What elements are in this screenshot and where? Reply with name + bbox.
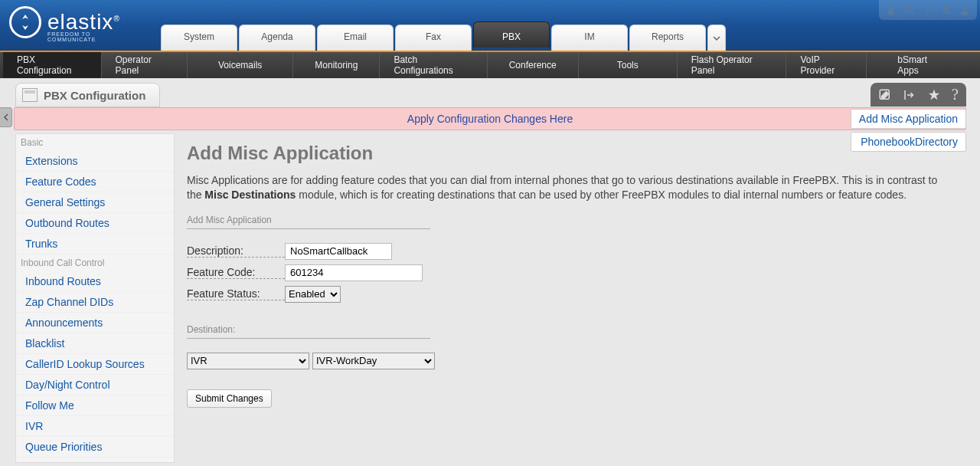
tab-agenda[interactable]: Agenda <box>239 25 315 51</box>
subnav-operator-panel[interactable]: Operator Panel <box>102 52 188 78</box>
sidebar-item-day-night[interactable]: Day/Night Control <box>16 375 174 395</box>
brand-reg: ® <box>113 15 119 23</box>
sidebar: Basic Extensions Feature Codes General S… <box>15 133 175 463</box>
select-dest-type[interactable]: IVR <box>187 353 309 369</box>
sidebar-item-extensions[interactable]: Extensions <box>16 151 174 172</box>
plugin-icon[interactable] <box>937 2 956 18</box>
star-icon[interactable] <box>927 86 941 103</box>
page-icon <box>22 88 38 102</box>
subnav-tools[interactable]: Tools <box>579 52 678 78</box>
sidebar-item-follow-me[interactable]: Follow Me <box>16 395 174 416</box>
tab-reports[interactable]: Reports <box>629 25 706 51</box>
edit-icon[interactable] <box>878 86 892 103</box>
apply-config-bar[interactable]: Apply Configuration Changes Here <box>14 107 966 130</box>
page-title: Add Misc Application <box>187 143 966 164</box>
help-icon[interactable]: ? <box>952 86 959 103</box>
subnav-bsmart[interactable]: bSmart Apps <box>867 52 977 78</box>
svg-point-0 <box>906 6 912 12</box>
select-dest-target[interactable]: IVR-WorkDay <box>312 353 435 369</box>
sidebar-item-zap-channel[interactable]: Zap Channel DIDs <box>16 292 174 313</box>
main-content: Add Misc Application PhonebookDirectory … <box>175 133 966 463</box>
input-feature-code[interactable] <box>285 264 423 281</box>
sub-nav: PBX Configuration Operator Panel Voicema… <box>0 52 980 78</box>
link-add-misc-app[interactable]: Add Misc Application <box>851 109 966 129</box>
section-destination: Destination: <box>187 324 430 339</box>
user-icon[interactable] <box>956 2 974 18</box>
sidebar-item-ivr[interactable]: IVR <box>16 416 174 437</box>
subnav-voicemails[interactable]: Voicemails <box>188 52 293 78</box>
link-phonebook-directory[interactable]: PhonebookDirectory <box>851 132 966 152</box>
drop-icon[interactable] <box>882 2 900 18</box>
info-icon[interactable]: i <box>919 2 937 18</box>
sidebar-item-inbound-routes[interactable]: Inbound Routes <box>16 271 174 292</box>
subnav-flash-op[interactable]: Flash Operator Panel <box>678 52 787 78</box>
export-icon[interactable] <box>903 86 916 103</box>
sidebar-item-queue-priorities[interactable]: Queue Priorities <box>16 437 174 458</box>
subnav-pbx-config[interactable]: PBX Configuration <box>3 52 102 78</box>
page-tab: PBX Configuration <box>15 83 160 107</box>
sidebar-group-basic: Basic <box>16 134 174 151</box>
subnav-voip[interactable]: VoIP Provider <box>786 52 867 78</box>
section-add-misc-app: Add Misc Application <box>187 215 430 229</box>
tab-more-chevron[interactable] <box>707 25 726 51</box>
svg-point-2 <box>962 6 966 10</box>
sidebar-group-inbound: Inbound Call Control <box>16 254 174 271</box>
sidebar-item-announcements[interactable]: Announcements <box>16 313 174 333</box>
page-description: Misc Applications are for adding feature… <box>187 173 952 202</box>
subnav-monitoring[interactable]: Monitoring <box>293 52 380 78</box>
right-link-list: Add Misc Application PhonebookDirectory <box>851 109 966 155</box>
svg-line-1 <box>911 11 914 15</box>
label-feature-status[interactable]: Feature Status: <box>187 287 285 300</box>
page-title-tab: PBX Configuration <box>44 89 145 102</box>
sidebar-item-trunks[interactable]: Trunks <box>16 234 174 254</box>
sidebar-item-outbound-routes[interactable]: Outbound Routes <box>16 213 174 234</box>
tab-email[interactable]: Email <box>317 25 394 51</box>
top-icon-bar: i <box>879 0 977 20</box>
page-actions: ? <box>871 83 966 107</box>
header-banner: elastix® FREEDOM TO COMMUNICATE i System… <box>0 0 980 52</box>
select-feature-status[interactable]: Enabled Disabled <box>285 286 341 303</box>
search-icon[interactable] <box>900 2 919 18</box>
brand-name: elastix <box>47 10 113 34</box>
subnav-conference[interactable]: Conference <box>488 52 579 78</box>
sidebar-item-callerid[interactable]: CallerID Lookup Sources <box>16 354 174 375</box>
label-feature-code[interactable]: Feature Code: <box>187 266 285 279</box>
main-tabs: System Agenda Email Fax PBX IM Reports <box>161 25 726 51</box>
logo-icon <box>9 6 41 38</box>
brand-tagline: FREEDOM TO COMMUNICATE <box>47 31 120 42</box>
tab-system[interactable]: System <box>161 25 237 51</box>
tab-fax[interactable]: Fax <box>395 25 472 51</box>
brand-logo: elastix® FREEDOM TO COMMUNICATE <box>9 6 120 38</box>
submit-button[interactable]: Submit Changes <box>187 389 272 408</box>
sidebar-item-blacklist[interactable]: Blacklist <box>16 333 174 354</box>
sidebar-item-queues[interactable]: Queues <box>16 458 174 463</box>
sidebar-item-feature-codes[interactable]: Feature Codes <box>16 172 174 192</box>
input-description[interactable] <box>285 243 392 260</box>
subnav-batch[interactable]: Batch Configurations <box>380 52 487 78</box>
tab-pbx[interactable]: PBX <box>473 21 550 48</box>
sidebar-item-general-settings[interactable]: General Settings <box>16 192 174 213</box>
tab-im[interactable]: IM <box>551 25 628 51</box>
sidebar-toggle[interactable] <box>0 107 12 127</box>
label-description[interactable]: Description: <box>187 244 285 258</box>
